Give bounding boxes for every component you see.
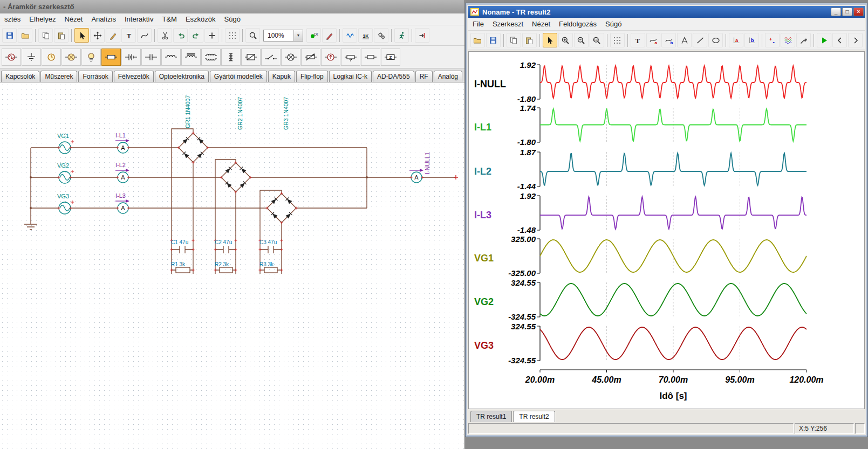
component-battery-button[interactable]: [121, 49, 141, 66]
paste-button[interactable]: [54, 28, 69, 43]
gears-button[interactable]: [374, 28, 388, 43]
ellipse-button[interactable]: [708, 33, 723, 47]
component-clock-source-button[interactable]: [42, 49, 61, 66]
component-ground-button[interactable]: [22, 49, 41, 66]
caliper-button[interactable]: [677, 33, 692, 47]
component-capacitor-button[interactable]: [141, 49, 161, 66]
plus-minus-button[interactable]: +-: [765, 33, 780, 47]
grid-button[interactable]: [225, 28, 240, 43]
nav-left-button[interactable]: [832, 33, 847, 47]
probe-button[interactable]: [322, 28, 337, 43]
save-button[interactable]: [2, 28, 17, 43]
axis-a-button[interactable]: a: [729, 33, 743, 47]
component-iron-core-inductor-button[interactable]: [181, 49, 201, 66]
play-button[interactable]: [817, 33, 831, 47]
right-titlebar[interactable]: Noname - TR result2 _□×: [468, 6, 865, 18]
menu-t-m[interactable]: T&M: [158, 14, 181, 24]
zoom-100-button[interactable]: 100: [590, 33, 604, 47]
component-potentiometer-button[interactable]: [341, 49, 360, 66]
menu-n-zet[interactable]: Nézet: [60, 14, 87, 24]
move-button[interactable]: [90, 28, 105, 43]
tab-forr-sok[interactable]: Források: [78, 71, 112, 82]
curve-button[interactable]: [137, 28, 152, 43]
menu-tr-n-zet[interactable]: Nézet: [528, 19, 555, 29]
undo-button[interactable]: [173, 28, 188, 43]
component-fuse-button[interactable]: [361, 49, 380, 66]
probe-a-button[interactable]: a: [646, 33, 661, 47]
cut-button[interactable]: [158, 28, 172, 43]
run-button[interactable]: [394, 28, 409, 43]
menu-tr-feldolgoz-s[interactable]: Feldolgozás: [555, 19, 601, 29]
component-inductor-button[interactable]: [161, 49, 181, 66]
maximize-button[interactable]: □: [842, 8, 852, 16]
schematic-area[interactable]: A A A A: [0, 82, 464, 449]
tab-kapcsol-k[interactable]: Kapcsolók: [1, 71, 39, 82]
ammeter-il2[interactable]: A: [115, 169, 129, 183]
tab-flip-flop[interactable]: Flip-flop: [296, 71, 328, 82]
ammeter-il3[interactable]: A: [115, 199, 129, 213]
plus-button[interactable]: [204, 28, 219, 43]
component-lamp-button[interactable]: [61, 49, 81, 66]
tab-kapuk[interactable]: Kapuk: [268, 71, 295, 82]
tab-gy-rt-i-modellek[interactable]: Gyártói modellek: [210, 71, 267, 82]
component-coupled-inductor-button[interactable]: [201, 49, 221, 66]
voltage-source-vg3[interactable]: [59, 202, 71, 214]
zoom-out-button[interactable]: [574, 33, 589, 47]
menu-tr-szerkeszt[interactable]: Szerkeszt: [488, 19, 528, 29]
line-button[interactable]: [693, 33, 707, 47]
pen-button[interactable]: [106, 28, 120, 43]
menu-s-g[interactable]: Súgó: [220, 14, 245, 24]
text-button[interactable]: T: [631, 33, 645, 47]
component-lamp-indicator-button[interactable]: [281, 49, 300, 66]
pin-button[interactable]: [415, 28, 429, 43]
picker-button[interactable]: [796, 33, 811, 47]
open-button[interactable]: [470, 33, 485, 47]
tab-ad-da-555[interactable]: AD-DA/555: [373, 71, 414, 82]
probe-b-button[interactable]: b: [661, 33, 676, 47]
resize-grip[interactable]: [855, 423, 865, 434]
waves-button[interactable]: [781, 33, 795, 47]
tab-rf[interactable]: RF: [415, 71, 433, 82]
component-resistor-button[interactable]: [101, 49, 121, 66]
tab-logikai-ic-k[interactable]: Logikai IC-k: [329, 71, 372, 82]
paste-button[interactable]: [522, 33, 537, 47]
copy-button[interactable]: [507, 33, 521, 47]
waveform-plot[interactable]: 1.92-1.80I-NULL1.74-1.80I-L11.87-1.44I-L…: [471, 57, 865, 406]
component-impedance-button[interactable]: Z: [381, 49, 400, 66]
component-voltage-source-button[interactable]: [2, 49, 21, 66]
cursor-button[interactable]: [543, 33, 557, 47]
zoom-button[interactable]: [245, 28, 260, 43]
tab-f-lvezet-k[interactable]: Félvezetők: [114, 71, 154, 82]
minimize-button[interactable]: _: [831, 8, 841, 16]
component-switch-button[interactable]: [261, 49, 281, 66]
chevron-down-icon[interactable]: ▼: [293, 30, 303, 41]
tab-m-szerek[interactable]: Műszerek: [40, 71, 77, 82]
zoom-in-button[interactable]: [558, 33, 573, 47]
open-button[interactable]: [18, 28, 32, 43]
voltage-source-vg1[interactable]: [59, 142, 71, 154]
save-button[interactable]: [486, 33, 501, 47]
plot-area[interactable]: 1.92-1.80I-NULL1.74-1.80I-L11.87-1.44I-L…: [468, 51, 865, 409]
component-controlled-source-button[interactable]: [321, 49, 340, 66]
schematic-canvas[interactable]: A A A A: [0, 82, 464, 448]
copy-button[interactable]: [38, 28, 53, 43]
zoom-combo[interactable]: 100% ▼: [263, 30, 303, 42]
result-tab-tr-result1[interactable]: TR result1: [470, 411, 512, 422]
voltage-source-vg2[interactable]: [59, 171, 71, 183]
axis-b-button[interactable]: b: [744, 33, 759, 47]
menu-tr-s-g[interactable]: Súgó: [601, 19, 626, 29]
redo-button[interactable]: [189, 28, 203, 43]
component-bulb-button[interactable]: [81, 49, 101, 66]
nav-right-button[interactable]: [848, 33, 863, 47]
menu-elhelyez[interactable]: Elhelyez: [25, 14, 60, 24]
menu-anal-zis[interactable]: Analízis: [87, 14, 120, 24]
close-button[interactable]: ×: [853, 8, 864, 16]
tab-anal-g[interactable]: Analóg: [434, 71, 462, 82]
meter-1k-button[interactable]: 1K: [358, 28, 373, 43]
ammeter-inull[interactable]: A: [409, 169, 423, 183]
grid-button[interactable]: [610, 33, 625, 47]
component-varistor-button[interactable]: [301, 49, 320, 66]
menu-interakt-v[interactable]: Interaktív: [120, 14, 158, 24]
dc-button[interactable]: DC: [306, 28, 321, 43]
signal-button[interactable]: [343, 28, 357, 43]
